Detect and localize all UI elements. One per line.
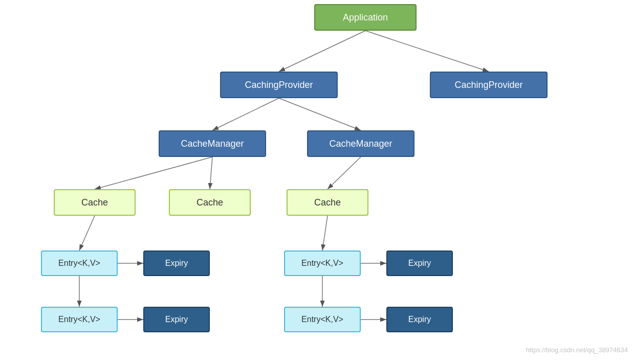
svg-line-6 <box>210 157 212 189</box>
svg-line-2 <box>365 31 489 72</box>
svg-line-4 <box>279 98 361 130</box>
node-entry-kv-1: Entry<K,V> <box>41 251 118 276</box>
svg-line-12 <box>322 216 328 251</box>
svg-line-8 <box>79 216 95 251</box>
node-expiry-3: Expiry <box>386 251 453 276</box>
node-expiry-1: Expiry <box>143 251 210 276</box>
node-caching-provider-1: CachingProvider <box>220 72 338 98</box>
node-caching-provider-2: CachingProvider <box>430 72 548 98</box>
node-entry-kv-2: Entry<K,V> <box>41 307 118 332</box>
svg-line-3 <box>212 98 279 130</box>
node-cache-manager-2: CacheManager <box>307 130 414 157</box>
diagram-container: Application CachingProvider CachingProvi… <box>0 0 633 364</box>
node-entry-kv-3: Entry<K,V> <box>284 251 361 276</box>
node-entry-kv-4: Entry<K,V> <box>284 307 361 332</box>
node-cache-1: Cache <box>54 189 136 216</box>
node-cache-2: Cache <box>169 189 251 216</box>
watermark: https://blog.csdn.net/qq_38974634 <box>526 346 628 354</box>
svg-line-5 <box>95 157 212 189</box>
node-expiry-4: Expiry <box>386 307 453 332</box>
node-application: Application <box>314 4 417 31</box>
node-cache-manager-1: CacheManager <box>159 130 266 157</box>
node-cache-3: Cache <box>287 189 368 216</box>
svg-line-7 <box>328 157 361 189</box>
node-expiry-2: Expiry <box>143 307 210 332</box>
svg-line-1 <box>279 31 365 72</box>
